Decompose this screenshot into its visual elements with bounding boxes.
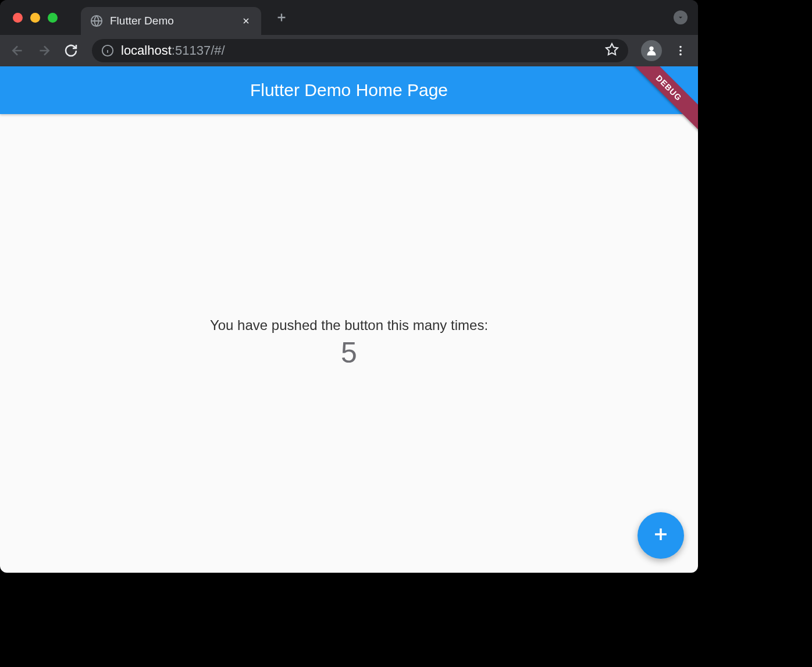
svg-marker-2: [606, 44, 618, 55]
forward-button[interactable]: [33, 39, 56, 62]
globe-icon: [90, 15, 103, 27]
url-input[interactable]: localhost:51137/#/: [92, 39, 628, 62]
url-path: :51137/#/: [172, 43, 225, 58]
svg-point-3: [649, 47, 653, 51]
profile-button[interactable]: [641, 40, 662, 61]
counter-label: You have pushed the button this many tim…: [210, 317, 488, 334]
window-controls: [13, 13, 58, 23]
bookmark-button[interactable]: [605, 42, 619, 59]
app-viewport: Flutter Demo Home Page DEBUG You have pu…: [0, 66, 698, 573]
minimize-window-button[interactable]: [30, 13, 40, 23]
page-title: Flutter Demo Home Page: [250, 80, 448, 100]
new-tab-button[interactable]: [273, 9, 290, 26]
close-window-button[interactable]: [13, 13, 23, 23]
address-bar: localhost:51137/#/: [0, 35, 698, 66]
app-body: You have pushed the button this many tim…: [0, 114, 698, 573]
browser-window: Flutter Demo: [0, 0, 698, 573]
tab-title: Flutter Demo: [110, 15, 234, 27]
tab-bar: Flutter Demo: [0, 0, 698, 35]
reload-button[interactable]: [59, 39, 83, 62]
plus-icon: [651, 524, 671, 547]
counter-value: 5: [341, 336, 357, 370]
browser-tab[interactable]: Flutter Demo: [81, 7, 261, 35]
close-tab-button[interactable]: [240, 15, 252, 27]
increment-button[interactable]: [638, 512, 684, 559]
menu-button[interactable]: [669, 39, 692, 62]
url-text: localhost:51137/#/: [121, 43, 598, 58]
svg-point-6: [679, 54, 682, 56]
app-bar: Flutter Demo Home Page: [0, 66, 698, 114]
svg-point-4: [679, 46, 682, 48]
tabs-dropdown-button[interactable]: [674, 10, 688, 24]
svg-point-5: [679, 49, 682, 52]
maximize-window-button[interactable]: [48, 13, 58, 23]
url-host: localhost: [121, 43, 172, 58]
info-icon[interactable]: [101, 44, 114, 57]
back-button[interactable]: [6, 39, 29, 62]
